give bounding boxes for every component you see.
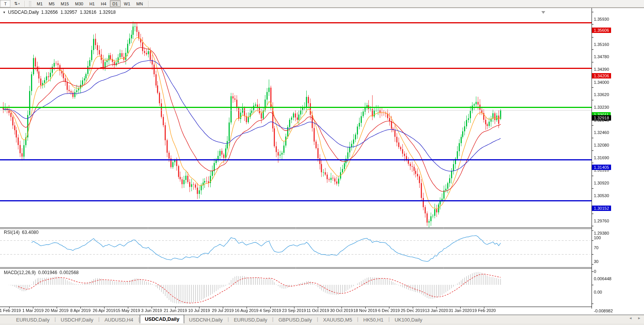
timeframe-button-h1[interactable]: H1: [87, 0, 97, 7]
trading-terminal-window: T ⇅ ▾ M1M5M15M30H1H4D1W1MN ▼ USDCAD,Dail…: [0, 0, 644, 325]
macd-name: MACD(12,26,9): [4, 270, 36, 275]
timeframe-button-d1[interactable]: D1: [110, 0, 121, 7]
status-strip: [0, 323, 644, 325]
macd-tick-label: 0.006448: [594, 276, 611, 281]
date-tick-label: 31 Jan 2020: [449, 308, 472, 313]
price-tick-label: 1.31690: [594, 155, 609, 160]
timeframe-button-m1[interactable]: M1: [34, 0, 45, 7]
tab-hk50-h1-8[interactable]: HK50,H1: [359, 316, 388, 323]
text-tool-icon: T: [4, 2, 7, 6]
ohlc-low: 1.32616: [80, 10, 96, 15]
date-tick-label: 6 Dec 2019: [378, 308, 400, 313]
timeframe-button-h4[interactable]: H4: [98, 0, 109, 7]
chart-title: ▼ USDCAD,Daily 1.32656 1.32957 1.32616 1…: [3, 10, 116, 15]
tab-usdchf-daily-1[interactable]: USDCHF,Daily: [56, 316, 98, 323]
price-tick-label: 1.33620: [594, 92, 609, 97]
price-tick-label: 1.29380: [594, 231, 609, 235]
tab-gbpusd-daily-6[interactable]: GBPUSD,Daily: [274, 316, 316, 323]
tab-xauusd-m5-7[interactable]: XAUUSD,M5: [319, 316, 357, 323]
timeframe-button-mn[interactable]: MN: [134, 0, 145, 7]
price-tick-label: 1.34780: [594, 54, 609, 59]
price-line-badge: 1.34206: [592, 73, 611, 78]
rsi-tick-label: 70: [594, 245, 598, 250]
chart-symbol-period: USDCAD,Daily: [8, 10, 39, 15]
ohlc-close: 1.32918: [99, 10, 116, 15]
tab-separator: |: [389, 317, 390, 322]
date-tick-label: 16 Aug 2019: [235, 308, 258, 313]
price-tick-label: 1.29760: [594, 219, 609, 223]
price-tick-label: 1.30530: [594, 193, 609, 198]
tab-usdcnh-daily-4[interactable]: USDCNH,Daily: [184, 316, 227, 323]
date-tick-label: 8 Apr 2019: [70, 308, 90, 313]
price-line-badge: 1.35606: [592, 28, 611, 33]
rsi-indicator-label: RSI(14) 63.4080: [4, 230, 39, 235]
tab-uk100-daily-9[interactable]: UK100,Daily: [390, 316, 427, 323]
arrows-updown-icon: ⇅: [14, 1, 18, 6]
collapse-chart-icon[interactable]: ▼: [3, 11, 6, 14]
price-line-badge: 1.31405: [592, 165, 611, 170]
date-tick-label: 21 Jun 2019: [164, 308, 187, 313]
date-tick-label: 29 Jul 2019: [212, 308, 234, 313]
toolbar-grip-handle[interactable]: [29, 1, 31, 7]
rsi-tick-label: 30: [594, 259, 598, 264]
date-tick-label: 30 Oct 2019: [330, 308, 353, 313]
timeframe-button-w1[interactable]: W1: [121, 0, 133, 7]
price-tick-label: 1.30920: [594, 181, 609, 185]
tab-separator: |: [98, 317, 100, 322]
tab-eurusd-daily-0[interactable]: EURUSD,Daily: [11, 316, 54, 323]
timeframe-button-m30[interactable]: M30: [72, 0, 86, 7]
price-tick-label: 1.32080: [594, 143, 609, 147]
tab-scroll-nav: ◄ ►: [629, 316, 641, 320]
date-tick-label: 11 Oct 2019: [306, 308, 329, 313]
date-tick-label: 1 Mar 2019: [22, 308, 44, 313]
tab-audusd-h4-2[interactable]: AUDUSD,H4: [100, 316, 138, 323]
date-tick-label: 11 Feb 2019: [0, 308, 21, 313]
macd-tick-label: 0.00: [594, 290, 602, 294]
tab-separator: |: [228, 317, 229, 322]
rsi-tick-label: 0: [594, 269, 596, 274]
macd-main-value: 0.001946: [38, 270, 57, 275]
tab-separator: |: [317, 317, 318, 322]
date-tick-label: 4 Sep 2019: [260, 308, 281, 313]
ohlc-open: 1.32656: [41, 10, 58, 15]
date-tick-label: 19 Feb 2020: [472, 308, 496, 313]
style-tool-button[interactable]: ⇅ ▾: [12, 0, 22, 7]
date-tick-label: 3 Jun 2019: [141, 308, 162, 313]
tab-scroll-left-icon[interactable]: ◄: [629, 316, 632, 320]
date-tick-label: 23 Sep 2019: [282, 308, 306, 313]
macd-signal-value: 0.002568: [59, 270, 78, 275]
rsi-value: 63.4080: [22, 230, 38, 235]
chevron-down-icon: ▾: [18, 2, 20, 5]
price-tick-label: 1.33230: [594, 105, 609, 109]
price-tick-label: 1.32460: [594, 130, 609, 135]
price-tick-label: 1.34390: [594, 67, 609, 72]
current-price-badge: 1.32918: [592, 115, 611, 121]
tab-usdcad-daily-3[interactable]: USDCAD,Daily: [140, 315, 184, 323]
date-tick-label: 10 Jul 2019: [188, 308, 210, 313]
price-chart-canvas[interactable]: [0, 8, 644, 314]
chart-tab-bar: EURUSD,Daily|USDCHF,Daily|AUDUSD,H4|USDC…: [0, 315, 644, 323]
top-toolbar: T ⇅ ▾ M1M5M15M30H1H4D1W1MN: [0, 0, 644, 8]
timeframe-button-m5[interactable]: M5: [46, 0, 57, 7]
timeframe-button-group: M1M5M15M30H1H4D1W1MN: [34, 0, 146, 7]
date-tick-label: 13 Jan 2020: [425, 308, 448, 313]
tab-separator: |: [138, 317, 139, 322]
tab-eurusd-daily-5[interactable]: EURUSD,Daily: [229, 316, 272, 323]
price-tick-label: 1.34000: [594, 80, 609, 85]
chart-window: ▼ USDCAD,Daily 1.32656 1.32957 1.32616 1…: [0, 8, 644, 314]
tab-scroll-right-icon[interactable]: ►: [637, 316, 641, 320]
tab-separator: |: [272, 317, 273, 322]
macd-tick-label: -0.008982: [594, 309, 613, 313]
date-tick-label: 18 Nov 2019: [353, 308, 377, 313]
rsi-tick-label: 100: [594, 235, 601, 240]
date-tick-label: 26 Apr 2019: [93, 308, 115, 313]
timeframe-button-m15[interactable]: M15: [58, 0, 72, 7]
toolbar-separator: [25, 1, 25, 7]
date-tick-label: 25 Dec 2019: [401, 308, 425, 313]
date-tick-label: 15 May 2019: [116, 308, 140, 313]
tab-separator: |: [54, 317, 56, 322]
ohlc-high: 1.32957: [60, 10, 77, 15]
text-tool-button[interactable]: T: [0, 0, 10, 7]
price-tick-label: 1.35930: [594, 17, 609, 21]
tab-separator: |: [357, 317, 358, 322]
